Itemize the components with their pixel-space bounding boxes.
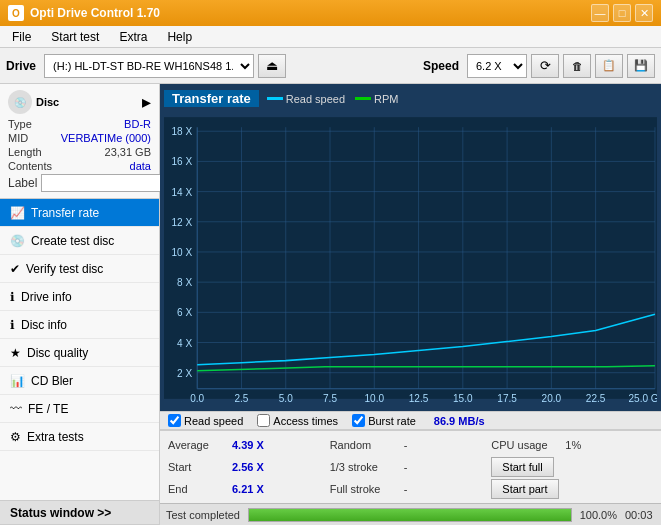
eject-button[interactable]: ⏏ — [258, 54, 286, 78]
start-value: 2.56 X — [232, 461, 272, 473]
disc-panel: 💿 Disc ▸ Type BD-R MID VERBATIMe (000) L… — [0, 84, 159, 199]
progress-pct: 100.0% — [580, 509, 617, 521]
svg-text:4 X: 4 X — [177, 338, 192, 349]
drive-select[interactable]: (H:) HL-DT-ST BD-RE WH16NS48 1.D3 — [44, 54, 254, 78]
checkbox-burst-rate-input[interactable] — [352, 414, 365, 427]
disc-type-row: Type BD-R — [8, 118, 151, 130]
svg-text:7.5: 7.5 — [323, 393, 337, 404]
svg-text:18 X: 18 X — [171, 126, 192, 137]
legend-rpm: RPM — [355, 93, 398, 105]
svg-text:12 X: 12 X — [171, 217, 192, 228]
legend-read-speed-label: Read speed — [286, 93, 345, 105]
checkbox-access-times[interactable]: Access times — [257, 414, 338, 427]
chart-svg: 18 X 16 X 14 X 12 X 10 X 8 X 6 X 4 X 2 X — [164, 109, 657, 407]
disc-mid-value: VERBATIMe (000) — [61, 132, 151, 144]
stroke13-label: 1/3 stroke — [330, 461, 400, 473]
nav-disc-info[interactable]: ℹ Disc info — [0, 311, 159, 339]
save-button[interactable]: 💾 — [627, 54, 655, 78]
cpu-value: 1% — [565, 439, 585, 451]
start-part-button[interactable]: Start part — [491, 479, 558, 499]
drive-label: Drive — [6, 59, 36, 73]
checkbox-read-speed[interactable]: Read speed — [168, 414, 243, 427]
nav-disc-quality[interactable]: ★ Disc quality — [0, 339, 159, 367]
time-value: 00:03 — [625, 509, 655, 521]
checkbox-read-speed-label: Read speed — [184, 415, 243, 427]
stroke13-value: - — [404, 461, 424, 473]
disc-header-label: Disc — [36, 96, 59, 108]
verify-disc-icon: ✔ — [10, 262, 20, 276]
nav-verify-test-disc-label: Verify test disc — [26, 262, 103, 276]
checkbox-row: Read speed Access times Burst rate 86.9 … — [160, 411, 661, 430]
chart-title: Transfer rate — [164, 90, 259, 107]
legend-read-speed: Read speed — [267, 93, 345, 105]
svg-text:2.5: 2.5 — [234, 393, 248, 404]
menu-extra[interactable]: Extra — [111, 28, 155, 46]
checkbox-burst-rate-label: Burst rate — [368, 415, 416, 427]
nav-drive-info[interactable]: ℹ Drive info — [0, 283, 159, 311]
menu-file[interactable]: File — [4, 28, 39, 46]
nav-verify-test-disc[interactable]: ✔ Verify test disc — [0, 255, 159, 283]
copy-button[interactable]: 📋 — [595, 54, 623, 78]
start-label: Start — [168, 461, 228, 473]
stats-panel: Average 4.39 X Random - CPU usage 1% Sta… — [160, 430, 661, 503]
stats-end-col: End 6.21 X — [168, 483, 330, 495]
disc-quality-icon: ★ — [10, 346, 21, 360]
disc-mid-label: MID — [8, 132, 28, 144]
erase-button[interactable]: 🗑 — [563, 54, 591, 78]
svg-text:17.5: 17.5 — [497, 393, 517, 404]
svg-text:5.0: 5.0 — [279, 393, 293, 404]
app-title: Opti Drive Control 1.70 — [30, 6, 160, 20]
disc-contents-row: Contents data — [8, 160, 151, 172]
drive-info-icon: ℹ — [10, 290, 15, 304]
extra-tests-icon: ⚙ — [10, 430, 21, 444]
checkbox-access-times-input[interactable] — [257, 414, 270, 427]
svg-text:6 X: 6 X — [177, 307, 192, 318]
nav-cd-bler[interactable]: 📊 CD Bler — [0, 367, 159, 395]
minimize-button[interactable]: — — [591, 4, 609, 22]
speed-select[interactable]: 6.2 X — [467, 54, 527, 78]
chart-container: Transfer rate Read speed RPM — [160, 84, 661, 411]
disc-expand-icon[interactable]: ▸ — [142, 91, 151, 113]
start-full-button[interactable]: Start full — [491, 457, 553, 477]
checkbox-burst-rate[interactable]: Burst rate — [352, 414, 416, 427]
stats-start-part-col: Start part — [491, 479, 653, 499]
window-controls: — □ ✕ — [591, 4, 653, 22]
progress-bar — [248, 508, 572, 522]
title-bar: O Opti Drive Control 1.70 — □ ✕ — [0, 0, 661, 26]
status-window-button[interactable]: Status window >> — [0, 501, 159, 525]
chart-svg-wrap: 18 X 16 X 14 X 12 X 10 X 8 X 6 X 4 X 2 X — [164, 109, 657, 407]
stats-start-full-col: Start full — [491, 457, 653, 477]
checkbox-access-times-label: Access times — [273, 415, 338, 427]
nav-fe-te-label: FE / TE — [28, 402, 68, 416]
burst-rate-value: 86.9 MB/s — [434, 415, 485, 427]
nav-extra-tests[interactable]: ⚙ Extra tests — [0, 423, 159, 451]
stats-random-col: Random - — [330, 439, 492, 451]
stats-stroke13-col: 1/3 stroke - — [330, 461, 492, 473]
close-button[interactable]: ✕ — [635, 4, 653, 22]
disc-type-label: Type — [8, 118, 32, 130]
nav-transfer-rate[interactable]: 📈 Transfer rate — [0, 199, 159, 227]
chart-title-bar: Transfer rate Read speed RPM — [164, 90, 657, 107]
maximize-button[interactable]: □ — [613, 4, 631, 22]
nav-transfer-rate-label: Transfer rate — [31, 206, 99, 220]
menu-help[interactable]: Help — [159, 28, 200, 46]
end-value: 6.21 X — [232, 483, 272, 495]
disc-length-value: 23,31 GB — [105, 146, 151, 158]
svg-text:20.0: 20.0 — [542, 393, 562, 404]
nav-drive-info-label: Drive info — [21, 290, 72, 304]
cd-bler-icon: 📊 — [10, 374, 25, 388]
disc-label-input[interactable] — [41, 174, 174, 192]
nav-fe-te[interactable]: 〰 FE / TE — [0, 395, 159, 423]
content-area: Transfer rate Read speed RPM — [160, 84, 661, 525]
nav-extra-tests-label: Extra tests — [27, 430, 84, 444]
checkbox-read-speed-input[interactable] — [168, 414, 181, 427]
refresh-button[interactable]: ⟳ — [531, 54, 559, 78]
stats-row-end: End 6.21 X Full stroke - Start part — [168, 478, 653, 500]
create-disc-icon: 💿 — [10, 234, 25, 248]
nav-create-test-disc[interactable]: 💿 Create test disc — [0, 227, 159, 255]
sidebar-status: Status window >> — [0, 500, 159, 525]
toolbar: Drive (H:) HL-DT-ST BD-RE WH16NS48 1.D3 … — [0, 48, 661, 84]
nav-disc-info-label: Disc info — [21, 318, 67, 332]
menu-start-test[interactable]: Start test — [43, 28, 107, 46]
svg-text:2 X: 2 X — [177, 368, 192, 379]
